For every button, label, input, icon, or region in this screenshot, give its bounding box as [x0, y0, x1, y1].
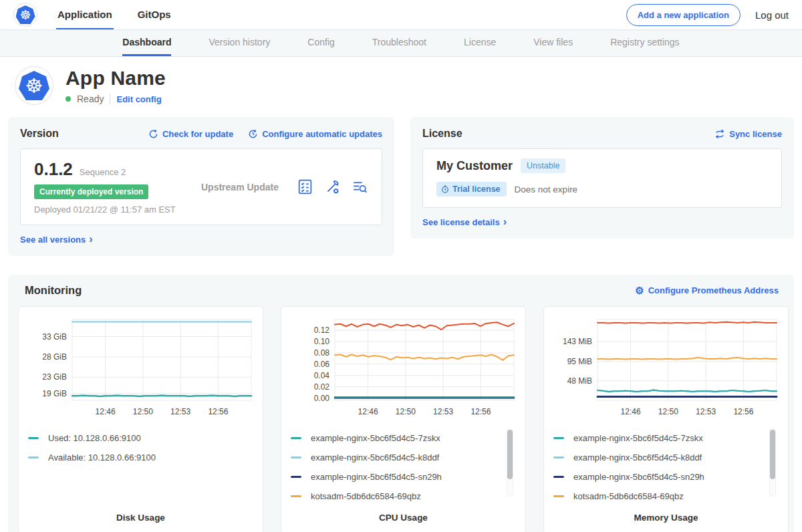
- disk-usage-legend: Used: 10.128.0.66:9100Available: 10.128.…: [28, 428, 253, 507]
- legend-series-name: example-nginx-5bc6f5d4c5-k8ddf: [573, 452, 702, 462]
- license-expiry: Does not expire: [515, 184, 578, 194]
- logout-link[interactable]: Log out: [755, 9, 789, 21]
- license-panel: License Sync license My Customer Unstabl…: [410, 117, 794, 239]
- top-nav: Application GitOps: [56, 0, 172, 29]
- license-card: My Customer Unstable Trial license Does …: [422, 148, 782, 208]
- svg-text:19 GiB: 19 GiB: [42, 388, 67, 398]
- cpu-usage-chart-card: 0.000.020.040.060.080.100.1212:4612:5012…: [281, 306, 526, 532]
- legend-series-name: Used: 10.128.0.66:9100: [48, 433, 141, 443]
- legend-color-dash: [291, 476, 301, 478]
- tab-dashboard[interactable]: Dashboard: [122, 30, 171, 56]
- svg-text:12:56: 12:56: [208, 407, 228, 416]
- configure-prometheus-link[interactable]: ⚙ Configure Prometheus Address: [635, 285, 779, 295]
- legend-item: example-nginx-5bc6f5d4c5-sn29h: [291, 467, 516, 487]
- svg-text:0.02: 0.02: [314, 382, 330, 391]
- configure-automatic-updates-link[interactable]: Configure automatic updates: [248, 129, 382, 139]
- monitoring-section: Monitoring ⚙ Configure Prometheus Addres…: [8, 275, 794, 532]
- sync-license-link[interactable]: Sync license: [714, 129, 782, 139]
- nav-tab-gitops[interactable]: GitOps: [136, 0, 172, 29]
- version-panel-title: Version: [20, 128, 59, 140]
- svg-text:0.08: 0.08: [314, 348, 330, 357]
- gear-icon: ⚙: [635, 285, 644, 295]
- tab-license[interactable]: License: [464, 30, 496, 56]
- legend-color-dash: [291, 456, 301, 458]
- check-for-update-link[interactable]: Check for update: [148, 129, 233, 139]
- legend-item: example-nginx-5bc6f5d4c5-k8ddf: [291, 448, 516, 467]
- tab-config[interactable]: Config: [307, 30, 334, 56]
- app-icon: ☸: [15, 66, 53, 105]
- svg-text:12:53: 12:53: [170, 407, 190, 416]
- svg-text:48 MiB: 48 MiB: [567, 376, 592, 385]
- legend-item: Used: 10.128.0.66:9100: [28, 428, 253, 448]
- svg-text:12:56: 12:56: [733, 407, 753, 416]
- tab-version-history[interactable]: Version history: [209, 30, 270, 56]
- legend-color-dash: [553, 495, 564, 497]
- legend-color-dash: [553, 437, 564, 439]
- memory-usage-legend: example-nginx-5bc6f5d4c5-7zskxexample-ng…: [553, 428, 779, 507]
- scrollbar-thumb[interactable]: [507, 430, 513, 479]
- version-source: Upstream Update: [201, 182, 297, 192]
- see-license-details-link[interactable]: See license details ›: [422, 217, 507, 227]
- cpu-usage-legend: example-nginx-5bc6f5d4c5-7zskxexample-ng…: [291, 428, 516, 507]
- status-text: Ready: [77, 94, 104, 104]
- see-all-versions-link[interactable]: See all versions ›: [20, 234, 93, 245]
- legend-series-name: kotsadm-5db6dc6584-69qbz: [311, 491, 421, 501]
- divider: [110, 94, 110, 104]
- legend-series-name: example-nginx-5bc6f5d4c5-sn29h: [573, 472, 704, 482]
- license-panel-title: License: [422, 128, 462, 140]
- legend-item: kotsadm-5db6dc6584-69qbz: [553, 487, 779, 506]
- svg-text:12:53: 12:53: [696, 407, 716, 416]
- svg-text:12:53: 12:53: [433, 407, 453, 416]
- add-application-button[interactable]: Add a new application: [626, 4, 741, 26]
- legend-item: example-nginx-5bc6f5d4c5-7zskx: [291, 428, 516, 448]
- disk-usage-chart-card: 19 GiB23 GiB28 GiB33 GiB12:4612:5012:531…: [18, 306, 263, 532]
- scrollbar-thumb[interactable]: [770, 430, 775, 479]
- edit-config-link[interactable]: Edit config: [116, 94, 161, 104]
- svg-text:12:50: 12:50: [658, 407, 678, 416]
- app-header: ☸ App Name Ready Edit config: [0, 57, 802, 113]
- legend-item: example-nginx-5bc6f5d4c5-sn29h: [553, 467, 779, 487]
- deployed-badge: Currently deployed version: [34, 184, 148, 199]
- header-right: Add a new application Log out: [626, 0, 789, 29]
- chart-title: Disk Usage: [28, 513, 253, 523]
- svg-text:12:46: 12:46: [358, 407, 378, 416]
- svg-text:0.10: 0.10: [314, 337, 330, 346]
- legend-scrollbar[interactable]: [769, 428, 776, 497]
- kubernetes-logo-badge: ☸: [13, 3, 37, 27]
- cpu-usage-chart: 0.000.020.040.060.080.100.1212:4612:5012…: [291, 315, 517, 420]
- tab-registry-settings[interactable]: Registry settings: [610, 30, 679, 56]
- legend-color-dash: [291, 495, 301, 497]
- legend-color-dash: [553, 476, 564, 478]
- svg-text:28 GiB: 28 GiB: [42, 352, 67, 361]
- kubernetes-logo[interactable]: ☸: [13, 0, 37, 29]
- svg-text:12:46: 12:46: [621, 407, 641, 416]
- page-title: App Name: [65, 67, 166, 90]
- kubernetes-wheel-icon: ☸: [19, 71, 49, 100]
- monitoring-title: Monitoring: [25, 284, 82, 297]
- chevron-right-icon: ›: [503, 217, 507, 227]
- tab-view-files[interactable]: View files: [533, 30, 573, 56]
- version-number: 0.1.2: [34, 159, 73, 180]
- channel-badge: Unstable: [521, 158, 565, 173]
- license-type-badge: Trial license: [436, 182, 507, 196]
- legend-series-name: Available: 10.128.0.66:9100: [48, 452, 156, 462]
- svg-text:0.00: 0.00: [314, 393, 330, 402]
- svg-text:0.06: 0.06: [314, 359, 330, 368]
- deployed-timestamp: Deployed 01/21/22 @ 11:57 am EST: [34, 205, 201, 215]
- status-dot: [65, 96, 71, 102]
- timer-icon: [441, 185, 449, 193]
- legend-scrollbar[interactable]: [507, 428, 513, 497]
- view-logs-icon[interactable]: [352, 178, 368, 195]
- legend-series-name: kotsadm-5db6dc6584-69qbz: [573, 491, 684, 501]
- legend-color-dash: [28, 456, 39, 458]
- svg-text:12:56: 12:56: [471, 407, 491, 416]
- svg-text:23 GiB: 23 GiB: [42, 372, 67, 382]
- legend-series-name: example-nginx-5bc6f5d4c5-sn29h: [311, 472, 442, 482]
- chart-title: Memory Usage: [553, 513, 779, 523]
- svg-text:12:46: 12:46: [96, 407, 116, 416]
- config-wrench-icon[interactable]: [324, 178, 341, 195]
- nav-tab-application[interactable]: Application: [56, 0, 114, 29]
- sync-arrows-icon: [714, 129, 725, 139]
- tab-troubleshoot[interactable]: Troubleshoot: [372, 30, 426, 56]
- preflight-checks-icon[interactable]: [297, 178, 313, 195]
